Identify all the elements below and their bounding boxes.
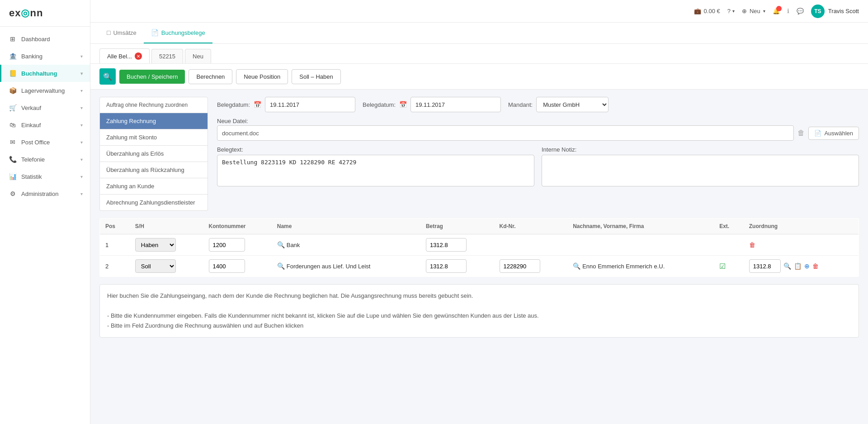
close-icon[interactable]: ✕ — [135, 52, 142, 60]
col-zuordnung: Zuordnung — [744, 219, 859, 234]
main-tabs: □ Umsätze 📄 Buchungsbelege — [90, 23, 868, 44]
sub-tab-52215[interactable]: 52215 — [151, 49, 183, 63]
delete-icon[interactable]: 🗑 — [812, 262, 819, 270]
cell-pos: 1 — [100, 234, 130, 256]
col-ext: Ext. — [714, 219, 744, 234]
sidebar-item-label: Lagerverwaltung — [21, 87, 76, 94]
cell-sh: Haben Soll — [130, 234, 203, 256]
sidebar-item-label: Telefonie — [21, 156, 76, 163]
new-chevron-icon: ▾ — [763, 9, 765, 14]
cell-ext: ☑ — [714, 256, 744, 277]
einkauf-icon: 🛍 — [9, 121, 17, 129]
user-name: Travis Scott — [828, 8, 859, 14]
kontonummer-input-2[interactable] — [209, 259, 245, 273]
auswahlen-label: Auswählen — [824, 130, 853, 137]
sidebar-item-label: Administration — [21, 191, 76, 197]
neue-datei-label: Neue Datei: — [217, 118, 859, 124]
sidebar-item-lagerverwaltung[interactable]: 📦 Lagerverwaltung ▾ — [0, 82, 90, 99]
search-button[interactable]: 🔍 — [99, 68, 116, 85]
zuordnung-input-2[interactable] — [749, 259, 781, 273]
sidebar-item-dashboard[interactable]: ⊞ Dashboard — [0, 30, 90, 48]
chat-icon: 💬 — [797, 8, 804, 14]
list-item-uberzahlung-erlos[interactable]: Überzahlung als Erlös — [99, 146, 208, 162]
kd-nr-input-2[interactable] — [500, 259, 540, 273]
buchungsbelege-icon: 📄 — [151, 29, 159, 36]
chat-button[interactable]: 💬 — [797, 8, 804, 14]
sidebar-item-verkauf[interactable]: 🛒 Verkauf ▾ — [0, 99, 90, 116]
info-line-3: - Bitte im Feld Zuordnung die Rechnung a… — [107, 321, 851, 331]
info-button[interactable]: ℹ — [787, 8, 789, 14]
cell-kd-nr — [494, 256, 568, 277]
chevron-down-icon: ▾ — [80, 174, 83, 179]
file-delete-button[interactable]: 🗑 — [797, 129, 805, 137]
notification-bell[interactable]: 🔔 — [773, 8, 780, 14]
chevron-down-icon: ▾ — [80, 140, 83, 145]
calendar-icon-2[interactable]: 📅 — [399, 101, 407, 108]
col-pos: Pos — [100, 219, 130, 234]
sub-tab-alle-bel[interactable]: Alle Bel... ✕ — [99, 48, 150, 63]
file-input[interactable] — [217, 125, 794, 141]
help-button[interactable]: ? ▾ — [727, 8, 735, 14]
cell-pos: 2 — [100, 256, 130, 277]
sidebar-item-post-office[interactable]: ✉ Post Office ▾ — [0, 133, 90, 151]
belegdatum-input-1[interactable] — [265, 97, 355, 112]
list-item-uberzahlung-ruckzahlung[interactable]: Überzahlung als Rückzahlung — [99, 162, 208, 178]
new-button[interactable]: ⊕ Neu ▾ — [742, 8, 765, 14]
sidebar-item-label: Dashboard — [21, 36, 83, 43]
sidebar-item-label: Banking — [21, 53, 76, 60]
sidebar-item-administration[interactable]: ⚙ Administration ▾ — [0, 185, 90, 202]
cell-betrag — [420, 256, 494, 277]
sidebar-item-einkauf[interactable]: 🛍 Einkauf ▾ — [0, 116, 90, 133]
belegdatum-group-2: Belegdatum: 📅 — [363, 97, 501, 112]
list-item-zahlung-kunde[interactable]: Zahlung an Kunde — [99, 178, 208, 195]
copy-icon[interactable]: 📋 — [794, 262, 802, 270]
list-item-abrechnung[interactable]: Abrechnung Zahlungsdienstleister — [99, 195, 208, 211]
sidebar-item-telefonie[interactable]: 📞 Telefonie ▾ — [0, 151, 90, 168]
sidebar-item-label: Statistik — [21, 173, 76, 180]
cell-kontonummer — [203, 256, 272, 277]
betrag-input-2[interactable] — [426, 259, 467, 273]
belegdatum-label-2: Belegdatum: — [363, 101, 396, 108]
telefonie-icon: 📞 — [9, 155, 17, 163]
add-icon[interactable]: ⊕ — [804, 262, 810, 270]
auswahlen-button[interactable]: 📄 Auswählen — [808, 127, 859, 140]
calendar-icon-1[interactable]: 📅 — [254, 101, 261, 108]
list-item-zahlung-skonto[interactable]: Zahlung mit Skonto — [99, 129, 208, 146]
chevron-down-icon: ▾ — [80, 191, 83, 196]
col-sh: S/H — [130, 219, 203, 234]
belegdatum-input-2[interactable] — [410, 97, 501, 112]
cell-betrag — [420, 234, 494, 256]
buchen-speichern-button[interactable]: Buchen / Speichern — [119, 70, 185, 84]
sidebar-item-statistik[interactable]: 📊 Statistik ▾ — [0, 168, 90, 185]
cell-nachname: 🔍 Enno Emmerich Emmerich e.U. — [567, 256, 714, 277]
sidebar-item-banking[interactable]: 🏦 Banking ▾ — [0, 48, 90, 65]
form-area: Auftrag ohne Rechnung zuordnen Zahlung R… — [90, 90, 868, 218]
berechnen-button[interactable]: Berechnen — [189, 69, 232, 84]
neue-position-button[interactable]: Neue Position — [236, 69, 288, 84]
belegdatum-group-1: Belegdatum: 📅 — [217, 97, 355, 112]
mandant-select[interactable]: Muster GmbH — [536, 97, 609, 112]
search-small-icon[interactable]: 🔍 — [783, 262, 791, 270]
list-item-zahlung-rechnung[interactable]: Zahlung Rechnung — [99, 113, 208, 129]
sub-tab-neu[interactable]: Neu — [185, 49, 211, 63]
user-menu[interactable]: TS Travis Scott — [811, 5, 859, 18]
sh-select-2[interactable]: Soll Haben — [135, 259, 176, 273]
post-office-icon: ✉ — [9, 138, 17, 146]
text-sections: Belegtext: Bestellung 8223119 KD 1228290… — [217, 146, 859, 188]
sh-select-1[interactable]: Haben Soll — [135, 238, 176, 252]
umsatze-icon: □ — [107, 29, 110, 36]
delete-icon[interactable]: 🗑 — [749, 241, 755, 248]
interne-notiz-textarea[interactable] — [542, 155, 859, 186]
new-label: Neu — [750, 8, 760, 14]
tab-buchungsbelege[interactable]: 📄 Buchungsbelege — [144, 23, 212, 43]
betrag-input-1[interactable] — [426, 238, 467, 252]
checkbox-icon[interactable]: ☑ — [719, 262, 726, 270]
belegtext-textarea[interactable]: Bestellung 8223119 KD 1228290 RE 42729 — [217, 155, 534, 186]
soll-haben-button[interactable]: Soll – Haben — [292, 69, 340, 84]
tab-umsatze[interactable]: □ Umsätze — [99, 23, 144, 43]
sidebar-item-label: Post Office — [21, 139, 76, 146]
kontonummer-input-1[interactable] — [209, 238, 245, 252]
col-nachname: Nachname, Vorname, Firma — [567, 219, 714, 234]
sidebar-item-buchhaltung[interactable]: 📒 Buchhaltung ▾ — [0, 65, 90, 82]
info-line-1: Hier buchen Sie die Zahlungseingang, nac… — [107, 291, 851, 301]
